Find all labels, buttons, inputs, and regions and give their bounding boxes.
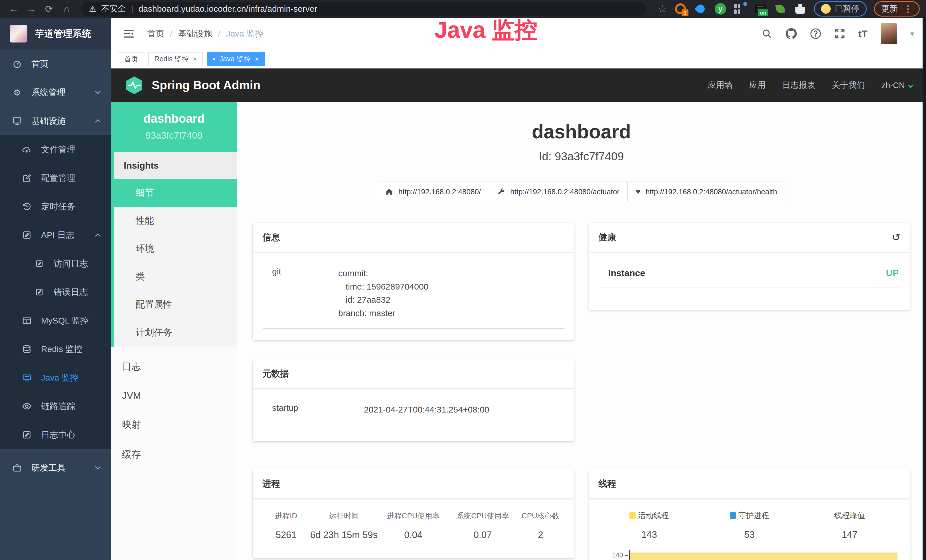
close-icon[interactable]: × <box>193 55 197 63</box>
sidebar-item-dev-tools[interactable]: 研发工具 <box>0 454 111 482</box>
help-icon[interactable] <box>810 28 822 39</box>
history-icon[interactable]: ↺ <box>892 232 900 243</box>
legend-peak-threads: 线程峰值 <box>800 510 900 521</box>
fullscreen-icon[interactable] <box>834 28 845 39</box>
health-instance-label: Instance <box>600 268 645 278</box>
browser-forward-icon[interactable]: → <box>24 3 39 15</box>
extension-grid-icon[interactable] <box>734 3 747 15</box>
tag-home[interactable]: 首页 <box>118 52 144 66</box>
timer-icon <box>21 202 33 211</box>
sba-item-logs[interactable]: 日志 <box>111 352 237 382</box>
browser-update-button[interactable]: 更新 ⋮ <box>874 1 920 17</box>
health-url-button[interactable]: ♥ http://192.168.0.2:48080/actuator/heal… <box>627 181 785 202</box>
sidebar-item-trace[interactable]: 链路追踪 <box>0 392 111 421</box>
address-bar[interactable]: ⚠ 不安全 | dashboard.yudao.iocoder.cn/infra… <box>81 2 646 16</box>
browser-reload-icon[interactable]: ⟳ <box>42 3 56 15</box>
sba-item-classes[interactable]: 类 <box>114 263 237 291</box>
legend-daemon-threads-value: 53 <box>699 529 800 540</box>
browser-back-icon[interactable]: ← <box>6 3 21 15</box>
sba-item-caches[interactable]: 缓存 <box>111 440 237 469</box>
extensions-puzzle-icon[interactable] <box>794 3 806 15</box>
sidebar-item-config-manage[interactable]: 配置管理 <box>0 164 111 192</box>
sba-item-details[interactable]: 细节 <box>114 179 237 207</box>
browser-scrollbar[interactable] <box>923 18 926 560</box>
tag-java-monitor[interactable]: ● Java 监控 × <box>207 52 265 66</box>
sidebar-item-redis-monitor[interactable]: Redis 监控 <box>0 335 111 363</box>
sba-locale-select[interactable]: zh-CN <box>882 81 912 90</box>
sidebar-item-file-manage[interactable]: 文件管理 <box>0 135 111 164</box>
tag-redis-monitor[interactable]: Redis 监控 × <box>148 52 203 66</box>
sidebar-item-log-center[interactable]: 日志中心 <box>0 421 111 449</box>
legend-live-threads-value: 143 <box>599 529 699 540</box>
not-secure-warning-icon[interactable]: ⚠ <box>89 4 96 14</box>
process-card: 进程 进程ID 运行时间 进程CPU使用率 系统CPU使用率 CPU核心数 <box>253 469 574 558</box>
home-icon <box>385 188 393 196</box>
app-logo-image <box>10 25 27 42</box>
sidebar-item-error-log[interactable]: 错误日志 <box>0 278 111 306</box>
sidebar-item-scheduled-jobs[interactable]: 定时任务 <box>0 192 111 221</box>
app-logo[interactable]: 芋道管理系统 <box>0 18 111 50</box>
browser-toolbar: ← → ⟳ ⌂ ⚠ 不安全 | dashboard.yudao.iocoder.… <box>0 0 926 18</box>
log-edit-icon <box>21 230 33 240</box>
profile-paused-chip[interactable]: 已暂停 <box>814 1 867 17</box>
user-avatar[interactable] <box>881 23 897 44</box>
cloud-upload-icon <box>21 145 33 154</box>
sba-item-metrics[interactable]: 性能 <box>114 207 237 235</box>
health-instance-row[interactable]: Instance UP <box>599 255 900 288</box>
sidebar-item-mysql-monitor[interactable]: MySQL 监控 <box>0 306 111 335</box>
close-icon[interactable]: × <box>255 55 259 63</box>
browser-extensions-area: ☆ 1 y on 已暂停 更新 ⋮ <box>658 1 920 17</box>
service-url-button[interactable]: http://192.168.0.2:48080/ <box>377 181 489 202</box>
sba-brand[interactable]: Spring Boot Admin <box>125 76 260 95</box>
info-card-title: 信息 <box>253 223 574 253</box>
sba-content: dashboard Id: 93a3fc7f7409 http://192.16… <box>237 102 926 560</box>
breadcrumb-infrastructure[interactable]: 基础设施 <box>178 28 212 40</box>
legend-blue-swatch <box>730 512 736 519</box>
table-icon <box>21 316 33 325</box>
extension-pin-icon[interactable] <box>694 3 707 15</box>
sba-nav-applications[interactable]: 应用 <box>749 80 766 91</box>
health-card: 健康 ↺ Instance UP <box>589 223 910 310</box>
browser-menu-kebab-icon[interactable]: ⋮ <box>903 3 912 14</box>
sidebar-item-api-log[interactable]: API 日志 <box>0 221 111 249</box>
sidebar-item-system-manage[interactable]: ⚙ 系统管理 <box>0 78 111 107</box>
heartbeat-icon: ♥ <box>635 187 640 196</box>
threads-chart: 140 120 100 <box>599 550 900 560</box>
process-col-pid: 进程ID <box>263 511 309 521</box>
instance-id: 93a3fc7f7409 <box>115 130 233 141</box>
sba-nav-about[interactable]: 关于我们 <box>832 80 865 91</box>
breadcrumb-home[interactable]: 首页 <box>147 28 164 40</box>
page-subtitle: Id: 93a3fc7f7409 <box>237 150 926 163</box>
layers-icon <box>21 344 33 354</box>
sba-item-config-props[interactable]: 配置属性 <box>114 291 237 319</box>
sba-nav-journal[interactable]: 日志报表 <box>782 80 816 91</box>
github-icon[interactable] <box>785 28 797 39</box>
user-menu-caret-icon[interactable]: ▾ <box>910 29 914 38</box>
extension-orange-icon[interactable]: 1 <box>674 3 687 15</box>
sidebar-item-infrastructure[interactable]: 基础设施 <box>0 107 111 135</box>
sidebar-item-java-monitor[interactable]: Java 监控 <box>0 363 111 392</box>
sidebar-collapse-icon[interactable] <box>123 29 135 38</box>
text-size-icon[interactable]: tT <box>858 28 867 39</box>
threads-card: 线程 活动线程 143 <box>589 469 910 560</box>
actuator-url-button[interactable]: http://192.168.0.2:48080/actuator <box>489 181 628 202</box>
sidebar-item-access-log[interactable]: 访问日志 <box>0 249 111 278</box>
legend-live-threads: 活动线程 <box>599 510 699 521</box>
sba-instance-block[interactable]: dashboard 93a3fc7f7409 <box>111 102 237 152</box>
browser-home-icon[interactable]: ⌂ <box>59 3 74 15</box>
sba-sidebar: dashboard 93a3fc7f7409 Insights 细节 性能 环境… <box>111 102 237 560</box>
extension-sprout-icon[interactable] <box>774 3 787 15</box>
sba-item-scheduled-tasks[interactable]: 计划任务 <box>114 319 237 347</box>
extension-switch-icon[interactable]: on <box>754 3 767 15</box>
sidebar-item-home[interactable]: 首页 <box>0 50 111 78</box>
sba-nav-wallboard[interactable]: 应用墙 <box>708 80 732 91</box>
sba-item-environment[interactable]: 环境 <box>114 235 237 263</box>
bookmark-star-icon[interactable]: ☆ <box>658 3 667 15</box>
extension-y-icon[interactable]: y <box>714 3 727 15</box>
sba-item-jvm[interactable]: JVM <box>111 382 237 410</box>
search-icon[interactable] <box>761 28 772 39</box>
chevron-up-icon <box>95 233 101 239</box>
sba-item-mappings[interactable]: 映射 <box>111 410 237 440</box>
toolbox-icon <box>11 463 23 473</box>
url-text[interactable]: dashboard.yudao.iocoder.cn/infra/admin-s… <box>138 4 317 14</box>
